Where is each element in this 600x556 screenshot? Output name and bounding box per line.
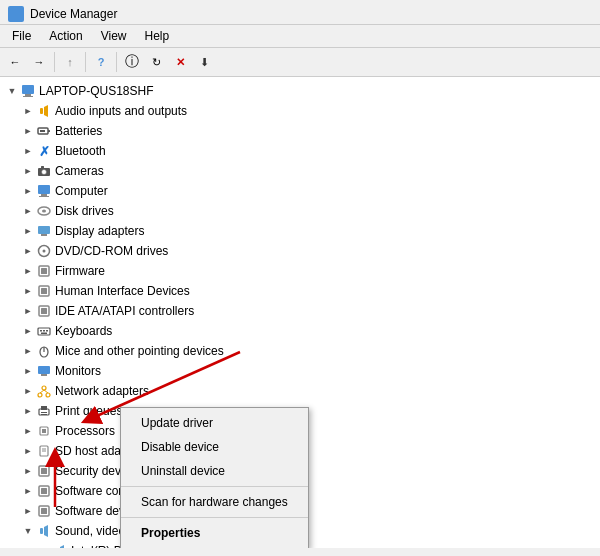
refresh-button[interactable]: ↻ [145,51,167,73]
title-bar-text: Device Manager [30,7,117,21]
intel-icon [52,543,68,548]
tree-item-disk[interactable]: ► Disk drives [0,201,600,221]
display-arrow: ► [20,223,36,239]
ctx-disable-device[interactable]: Disable device [121,435,308,459]
monitors-icon [36,363,52,379]
tree-item-monitors[interactable]: ► Monitors [0,361,600,381]
tree-item-display[interactable]: ► Display adapters [0,221,600,241]
computer-item-icon [36,183,52,199]
disk-icon [36,203,52,219]
menu-help[interactable]: Help [137,27,178,45]
batteries-icon [36,123,52,139]
svg-rect-33 [41,374,47,376]
firmware-arrow: ► [20,263,36,279]
disk-label: Disk drives [55,204,114,218]
display-label: Display adapters [55,224,144,238]
up-button[interactable]: ↑ [59,51,81,73]
back-button[interactable]: ← [4,51,26,73]
svg-rect-54 [40,528,43,534]
cameras-icon [36,163,52,179]
batteries-arrow: ► [20,123,36,139]
svg-rect-26 [40,330,42,332]
svg-point-36 [46,393,50,397]
hid-icon [36,283,52,299]
processors-arrow: ► [20,423,36,439]
properties-button[interactable]: ⓘ [121,51,143,73]
dvd-arrow: ► [20,243,36,259]
svg-point-35 [38,393,42,397]
audio-icon [36,103,52,119]
svg-rect-9 [41,166,44,168]
print-icon [36,403,52,419]
svg-rect-28 [46,330,48,332]
sd-icon [36,443,52,459]
svg-rect-40 [41,406,47,410]
sound-arrow: ▼ [20,523,36,539]
ctx-properties[interactable]: Properties [121,521,308,545]
menu-file[interactable]: File [4,27,39,45]
svg-rect-15 [38,226,50,234]
tree-item-batteries[interactable]: ► Batteries [0,121,600,141]
network-icon [36,383,52,399]
ctx-scan-hardware[interactable]: Scan for hardware changes [121,490,308,514]
update-driver-button[interactable]: ⬇ [193,51,215,73]
processors-icon [36,423,52,439]
svg-rect-3 [40,108,43,114]
softwarecomp-icon [36,483,52,499]
softwaredev-arrow: ► [20,503,36,519]
svg-rect-20 [41,268,47,274]
svg-rect-41 [41,412,47,413]
context-menu: Update driver Disable device Uninstall d… [120,407,309,548]
tree-item-firmware[interactable]: ► Firmware [0,261,600,281]
help-button[interactable]: ? [90,51,112,73]
tree-item-bluetooth[interactable]: ► ✗ Bluetooth [0,141,600,161]
keyboards-arrow: ► [20,323,36,339]
cameras-label: Cameras [55,164,104,178]
svg-rect-27 [43,330,45,332]
toolbar-separator-2 [85,52,86,72]
tree-item-mice[interactable]: ► Mice and other pointing devices [0,341,600,361]
mice-icon [36,343,52,359]
tree-item-ide[interactable]: ► IDE ATA/ATAPI controllers [0,301,600,321]
svg-point-8 [42,170,47,175]
tree-item-keyboards[interactable]: ► Keyboards [0,321,600,341]
hid-label: Human Interface Devices [55,284,190,298]
menu-view[interactable]: View [93,27,135,45]
ctx-update-driver[interactable]: Update driver [121,411,308,435]
audio-arrow: ► [20,103,36,119]
menu-bar: File Action View Help [0,25,600,48]
svg-rect-11 [41,194,47,196]
tree-item-dvd[interactable]: ► DVD/CD-ROM drives [0,241,600,261]
main-area: ▼ LAPTOP-QUS18SHF ► Audio inputs and out… [0,77,600,548]
menu-action[interactable]: Action [41,27,90,45]
tree-item-computer[interactable]: ► Computer [0,181,600,201]
processors-label: Processors [55,424,115,438]
tree-item-audio[interactable]: ► Audio inputs and outputs [0,101,600,121]
svg-rect-16 [41,234,47,236]
computer-arrow: ► [20,183,36,199]
forward-button[interactable]: → [28,51,50,73]
security-arrow: ► [20,463,36,479]
batteries-label: Batteries [55,124,102,138]
bluetooth-label: Bluetooth [55,144,106,158]
tree-item-network[interactable]: ► Network adapters [0,381,600,401]
mice-label: Mice and other pointing devices [55,344,224,358]
dvd-label: DVD/CD-ROM drives [55,244,168,258]
firmware-label: Firmware [55,264,105,278]
ctx-uninstall-device[interactable]: Uninstall device [121,459,308,483]
cameras-arrow: ► [20,163,36,179]
uninstall-button[interactable]: ✕ [169,51,191,73]
ide-arrow: ► [20,303,36,319]
ide-icon [36,303,52,319]
softwaredev-icon [36,503,52,519]
mice-arrow: ► [20,343,36,359]
tree-item-cameras[interactable]: ► Cameras [0,161,600,181]
svg-rect-32 [38,366,50,374]
svg-rect-44 [42,429,46,433]
svg-point-18 [43,250,46,253]
softwarecomp-arrow: ► [20,483,36,499]
device-tree[interactable]: ▼ LAPTOP-QUS18SHF ► Audio inputs and out… [0,77,600,548]
tree-item-hid[interactable]: ► Human Interface Devices [0,281,600,301]
tree-root[interactable]: ▼ LAPTOP-QUS18SHF [0,81,600,101]
hid-arrow: ► [20,283,36,299]
